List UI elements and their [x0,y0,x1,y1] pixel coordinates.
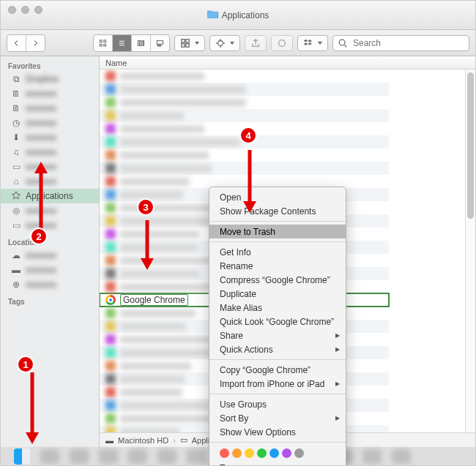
dock-app[interactable] [392,449,411,464]
list-item-label: xxxxxxxx xxxxx [120,244,198,252]
view-icon-button[interactable] [94,35,112,51]
tag-color-swatch[interactable] [282,448,291,458]
app-icon [105,426,116,432]
context-menu-item[interactable]: Show Package Contents [209,204,346,218]
tag-color-swatch[interactable] [245,448,254,458]
close-window-icon[interactable] [8,6,16,14]
vertical-scrollbar[interactable] [465,69,475,432]
context-menu-item[interactable]: Sort By [209,411,346,425]
list-item[interactable]: xxxxxxxx xxxxx [100,69,389,83]
context-menu-item[interactable]: Get Info [209,245,346,259]
app-icon [105,334,116,345]
share-button[interactable] [245,35,267,51]
sidebar-item[interactable]: 🗎xxxxxxx [1,101,99,116]
sidebar-item[interactable]: ☁xxxxxxx [1,248,99,263]
context-menu-item[interactable]: Quick Actions [209,342,346,356]
window-controls[interactable] [8,6,42,14]
group-by-button[interactable] [174,35,205,51]
dock-app[interactable] [362,449,382,464]
action-menu-button[interactable] [209,35,240,51]
music-icon: ♫ [11,147,21,157]
context-menu-item[interactable]: Open [209,190,346,204]
context-menu-tags-row[interactable] [209,446,346,461]
list-item-label: xxxxxxxx xxxxx [120,323,186,331]
sidebar-item[interactable]: ⊕xxxxxxx [1,277,99,292]
edit-tags-button[interactable] [271,35,293,51]
dock-app[interactable] [70,449,89,464]
search-icon [338,38,348,48]
dock-app[interactable] [99,449,118,464]
tag-color-swatch[interactable] [294,448,304,458]
list-item-label: xxxxxxxx xxxxx [120,388,182,397]
path-segment[interactable]: Macintosh HD [118,436,168,445]
column-header-name[interactable]: Name [100,56,475,69]
svg-marker-28 [34,162,48,173]
svg-rect-2 [100,44,103,46]
list-item-label: xxxxxxxx xxxxx [120,112,184,120]
zoom-window-icon[interactable] [34,6,42,14]
svg-rect-3 [104,44,106,46]
context-menu-item[interactable]: Import from iPhone or iPad [209,377,346,391]
dropbox-toolbar-button[interactable] [297,35,328,51]
dock-app[interactable] [157,449,176,464]
search-field[interactable] [332,35,469,51]
sidebar-item-dropbox[interactable]: ⧉Dropbox [1,72,99,86]
svg-rect-14 [186,39,189,42]
context-menu-item[interactable]: Move to Trash [209,225,346,238]
dock-app[interactable] [187,449,206,464]
app-icon [105,163,116,173]
context-menu-item[interactable]: Share [209,328,346,342]
sidebar-item[interactable]: ♫xxxxxxx [1,145,99,159]
app-icon [105,268,116,279]
context-menu-item[interactable]: Make Alias [209,301,346,315]
app-icon [105,282,116,292]
app-icon [105,124,116,134]
context-menu-item[interactable]: Tags… [209,461,346,466]
context-menu-item[interactable]: Rename [209,259,346,273]
sidebar-item[interactable]: ◷xxxxxxx [1,116,99,130]
annotation-badge-2: 2 [30,228,48,245]
view-gallery-button[interactable] [150,35,169,51]
dock-app[interactable] [128,449,147,464]
view-mode-switcher [93,34,170,52]
list-item-label: Google Chrome [120,294,188,306]
app-icon [105,137,116,147]
tag-color-swatch[interactable] [257,448,267,458]
svg-point-22 [279,40,286,46]
context-menu-item[interactable]: Quick Look “Google Chrome” [209,315,346,328]
app-icon [105,347,116,358]
context-menu[interactable]: OpenShow Package ContentsMove to TrashGe… [209,187,346,466]
tag-color-swatch[interactable] [220,448,229,458]
list-item-label: xxxxxxxx xxxxx [120,191,183,199]
app-icon [105,189,116,200]
context-menu-item[interactable]: Duplicate [209,287,346,301]
app-icon [105,150,116,160]
finder-dock-icon[interactable] [14,448,30,465]
forward-button[interactable] [26,35,45,51]
back-button[interactable] [7,35,26,51]
doc-icon: 🗎 [11,103,21,113]
sidebar-item[interactable]: ▬xxxxxxx [1,263,99,277]
context-menu-item[interactable]: Compress “Google Chrome” [209,273,346,287]
svg-rect-1 [104,40,106,42]
context-menu-item[interactable]: Copy “Google Chrome” [209,363,346,377]
annotation-badge-3: 3 [137,198,155,216]
window-title-text: Applications [222,10,269,20]
list-item-label: xxxxxxxx xxxxx [120,283,215,291]
tag-color-swatch[interactable] [232,448,242,458]
tag-color-swatch[interactable] [269,448,279,458]
list-item-label: xxxxxxxx xxxxx [120,230,199,238]
sidebar-item[interactable]: ⬇xxxxxxx [1,130,99,145]
list-item[interactable]: xxxxxxxx xxxxx [100,109,389,122]
view-column-button[interactable] [131,35,150,51]
minimize-window-icon[interactable] [21,6,29,14]
context-menu-item[interactable]: Use Groups [209,397,346,411]
context-menu-item[interactable]: Show View Options [209,425,346,439]
view-list-button[interactable] [112,35,131,51]
sidebar-item[interactable]: 🗎xxxxxxx [1,86,99,101]
scrollbar-thumb[interactable] [467,72,474,219]
list-item[interactable]: xxxxxxxx xxxxx [100,83,389,96]
list-item[interactable]: xxxxxxxx xxxxx [100,96,389,109]
dock-app[interactable] [40,449,59,464]
search-input[interactable] [352,37,464,49]
